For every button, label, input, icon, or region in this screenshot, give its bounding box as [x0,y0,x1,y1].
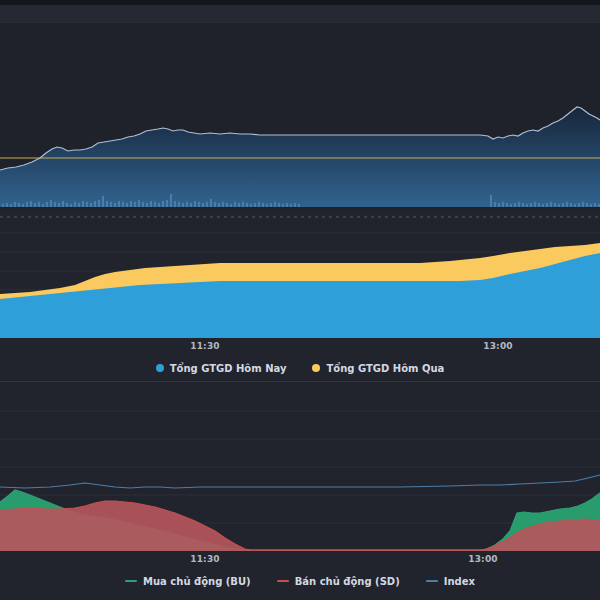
today-dot-icon [156,364,164,372]
index-area-fill [0,107,600,207]
busd-tick-1130: 11:30 [190,554,220,564]
legend-item-sd[interactable]: Bán chủ động (SD) [277,576,400,587]
bu-sd-chart [0,411,600,551]
legend-label: Bán chủ động (SD) [295,576,400,587]
legend-label: Tổng GTGD Hôm Qua [326,363,444,374]
index-dash-icon [426,580,438,582]
yesterday-dot-icon [312,364,320,372]
gtgd-tick-1300: 13:00 [483,341,513,351]
charts-canvas[interactable] [0,0,600,600]
trading-dashboard: 11:30 13:00 Tổng GTGD Hôm Nay Tổng GTGD … [0,0,600,600]
sd-dash-icon [277,580,289,582]
gtgd-tick-1130: 11:30 [190,341,220,351]
index-overlay-line [0,475,600,488]
index-intraday-chart [0,107,600,207]
legend-label: Tổng GTGD Hôm Nay [170,363,287,374]
legend-item-bu[interactable]: Mua chủ động (BU) [125,576,251,587]
legend-label: Mua chủ động (BU) [143,576,251,587]
sd-area [0,501,600,551]
busd-tick-1300: 13:00 [468,554,498,564]
gtgd-legend: Tổng GTGD Hôm Nay Tổng GTGD Hôm Qua [0,359,600,377]
legend-item-gtgd-today[interactable]: Tổng GTGD Hôm Nay [156,363,287,374]
bu-sd-legend: Mua chủ động (BU) Bán chủ động (SD) Inde… [0,572,600,590]
bu-dash-icon [125,580,137,582]
legend-item-gtgd-yesterday[interactable]: Tổng GTGD Hôm Qua [312,363,444,374]
gtgd-chart [0,217,600,338]
legend-item-index[interactable]: Index [426,576,475,587]
legend-label: Index [444,576,475,587]
